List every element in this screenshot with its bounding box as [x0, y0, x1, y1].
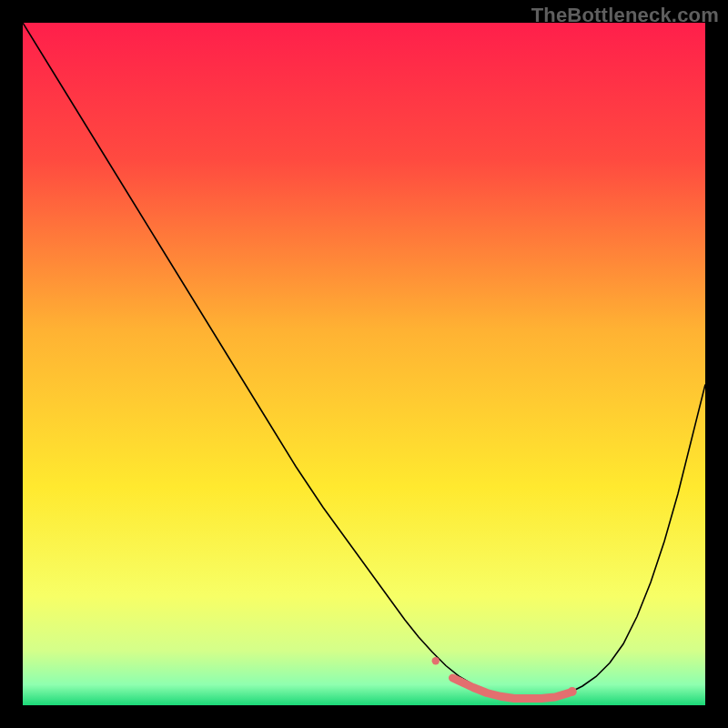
chart-plot-area — [23, 23, 705, 705]
chart-svg — [23, 23, 705, 705]
marker-left-dot — [432, 657, 440, 664]
chart-frame: TheBottleneck.com — [0, 0, 728, 728]
marker-right-dot — [568, 687, 577, 696]
chart-background — [23, 23, 705, 705]
